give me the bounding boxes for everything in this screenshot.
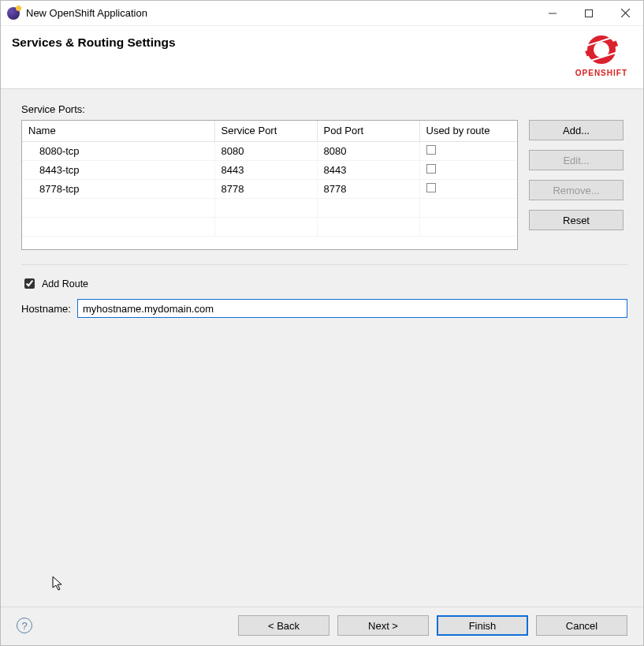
window-title: New OpenShift Application xyxy=(26,7,147,19)
cell-pod-port: 8443 xyxy=(317,160,419,179)
table-row[interactable] xyxy=(22,198,517,217)
reset-button[interactable]: Reset xyxy=(529,210,624,230)
table-row[interactable] xyxy=(22,217,517,236)
add-route-label: Add Route xyxy=(42,278,88,289)
col-used-by-route[interactable]: Used by route xyxy=(419,121,517,141)
checkbox-icon[interactable] xyxy=(426,145,436,155)
cell-service-port: 8778 xyxy=(214,179,317,198)
page-title: Services & Routing Settings xyxy=(12,35,176,50)
cell-used-by-route xyxy=(419,141,517,160)
hostname-label: Hostname: xyxy=(21,303,71,315)
cell-used-by-route xyxy=(419,160,517,179)
cell-pod-port: 8778 xyxy=(317,179,419,198)
table-row[interactable]: 8778-tcp 8778 8778 xyxy=(22,179,517,198)
svg-rect-1 xyxy=(586,9,593,17)
openshift-logo-text: OPENSHIFT xyxy=(575,69,627,77)
table-row[interactable]: 8443-tcp 8443 8443 xyxy=(22,160,517,179)
cell-service-port: 8443 xyxy=(214,160,317,179)
add-route-checkbox[interactable] xyxy=(24,278,35,289)
col-pod-port[interactable]: Pod Port xyxy=(317,121,419,141)
back-button[interactable]: < Back xyxy=(238,615,329,636)
eclipse-icon xyxy=(7,7,20,20)
cell-name: 8080-tcp xyxy=(22,141,214,160)
col-service-port[interactable]: Service Port xyxy=(214,121,317,141)
cell-used-by-route xyxy=(419,179,517,198)
cell-name: 8443-tcp xyxy=(22,160,214,179)
divider xyxy=(21,264,627,265)
add-button[interactable]: Add... xyxy=(529,120,624,140)
maximize-button[interactable] xyxy=(571,1,607,25)
wizard-footer: ? < Back Next > Finish Cancel xyxy=(1,607,643,645)
remove-button[interactable]: Remove... xyxy=(529,180,624,200)
checkbox-icon[interactable] xyxy=(426,164,436,174)
openshift-logo: OPENSHIFT xyxy=(575,34,627,77)
close-button[interactable] xyxy=(607,1,643,25)
help-icon[interactable]: ? xyxy=(17,618,32,633)
next-button[interactable]: Next > xyxy=(337,615,429,636)
titlebar: New OpenShift Application xyxy=(1,1,643,26)
minimize-button[interactable] xyxy=(534,1,571,25)
hostname-input[interactable] xyxy=(77,299,627,318)
col-name[interactable]: Name xyxy=(22,121,214,141)
cell-pod-port: 8080 xyxy=(317,141,419,160)
cell-name: 8778-tcp xyxy=(22,179,214,198)
service-ports-table[interactable]: Name Service Port Pod Port Used by route… xyxy=(21,120,518,250)
cancel-button[interactable]: Cancel xyxy=(536,615,627,636)
content-area: Service Ports: Name Service Port Pod Por… xyxy=(1,89,643,607)
cell-service-port: 8080 xyxy=(214,141,317,160)
service-ports-label: Service Ports: xyxy=(21,103,627,115)
finish-button[interactable]: Finish xyxy=(437,615,528,636)
table-row[interactable]: 8080-tcp 8080 8080 xyxy=(22,141,517,160)
checkbox-icon[interactable] xyxy=(426,183,436,192)
edit-button[interactable]: Edit... xyxy=(529,150,624,170)
wizard-banner: Services & Routing Settings OPENSHIFT xyxy=(1,26,643,89)
